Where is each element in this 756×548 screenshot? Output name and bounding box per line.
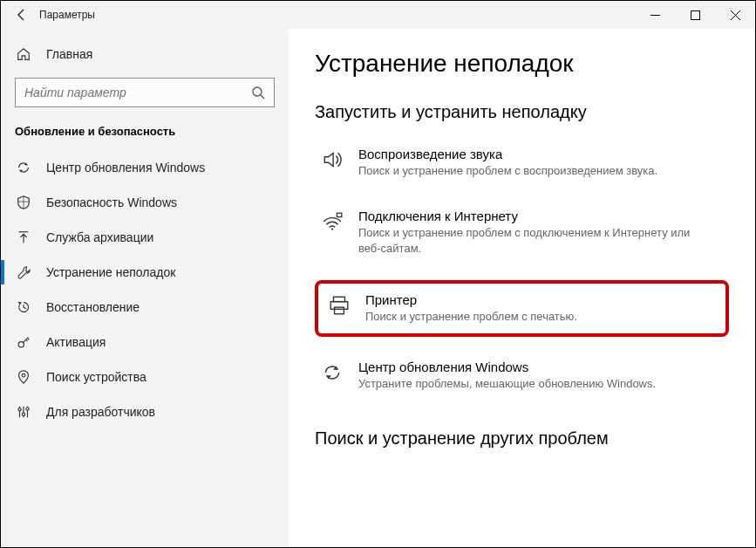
t-desc: Устраните проблемы, мешающие обновлению … (358, 376, 707, 392)
t-body: Центр обновления Windows Устраните пробл… (358, 360, 724, 392)
content-area: Устранение неполадок Запустить и устрани… (289, 29, 755, 547)
svg-rect-21 (335, 307, 344, 314)
sidebar: Главная Обновление и безопасность Центр … (1, 29, 289, 547)
svg-point-17 (331, 229, 333, 230)
nav-item-troubleshoot[interactable]: Устранение неполадок (1, 255, 289, 290)
svg-point-16 (26, 408, 29, 410)
troubleshoot-item-internet[interactable]: Подключения к Интернету Поиск и устранен… (315, 202, 729, 264)
troubleshoot-item-printer[interactable]: Принтер Поиск и устранение проблем с печ… (315, 280, 729, 337)
svg-line-8 (24, 307, 26, 309)
troubleshoot-item-audio[interactable]: Воспроизведение звука Поиск и устранение… (315, 140, 729, 186)
window-controls (635, 1, 755, 29)
nav-label: Безопасность Windows (46, 195, 177, 209)
sync-icon (15, 160, 32, 175)
svg-rect-1 (691, 10, 699, 19)
nav-list: Центр обновления Windows Безопасность Wi… (1, 150, 289, 429)
t-title: Воспроизведение звука (358, 147, 724, 161)
svg-point-4 (253, 87, 262, 96)
settings-sliders-icon (15, 404, 32, 420)
svg-point-15 (22, 413, 24, 415)
t-title: Центр обновления Windows (358, 360, 724, 374)
svg-line-5 (261, 95, 264, 99)
nav-label: Восстановление (46, 300, 140, 314)
t-body: Подключения к Интернету Поиск и устранен… (358, 209, 724, 257)
body: Главная Обновление и безопасность Центр … (1, 29, 755, 547)
back-button[interactable] (11, 4, 32, 25)
subheading-run: Запустить и устранить неполадку (315, 102, 729, 122)
nav-label: Поиск устройства (46, 370, 146, 384)
t-title: Подключения к Интернету (358, 209, 724, 223)
t-body: Воспроизведение звука Поиск и устранение… (358, 147, 724, 179)
svg-rect-18 (337, 213, 341, 216)
nav-item-find-device[interactable]: Поиск устройства (1, 360, 289, 394)
wrench-icon (15, 264, 32, 280)
search-wrap (15, 78, 275, 107)
nav-item-backup[interactable]: Служба архивации (1, 220, 289, 255)
maximize-button[interactable] (675, 1, 715, 29)
nav-item-windows-update[interactable]: Центр обновления Windows (1, 150, 289, 185)
shield-icon (15, 195, 32, 210)
titlebar: Параметры (1, 1, 755, 29)
svg-rect-19 (334, 297, 345, 301)
troubleshoot-list: Воспроизведение звука Поиск и устранение… (315, 140, 729, 399)
nav-label: Служба архивации (46, 230, 153, 244)
nav-label: Для разработчиков (46, 405, 155, 419)
nav-item-security[interactable]: Безопасность Windows (1, 185, 289, 220)
nav-label: Активация (46, 335, 106, 349)
t-title: Принтер (365, 292, 717, 307)
search-input[interactable] (24, 86, 251, 99)
t-body: Принтер Поиск и устранение проблем с печ… (365, 292, 717, 325)
page-title: Устранение неполадок (315, 50, 729, 78)
key-icon (15, 334, 32, 350)
home-label: Главная (46, 47, 92, 61)
nav-item-activation[interactable]: Активация (1, 325, 289, 360)
backup-icon (15, 229, 32, 245)
nav-label: Центр обновления Windows (46, 161, 205, 175)
wifi-icon (320, 209, 344, 233)
t-desc: Поиск и устранение проблем с подключение… (358, 225, 707, 257)
nav-label: Устранение неполадок (46, 265, 175, 279)
nav-item-recovery[interactable]: Восстановление (1, 290, 289, 325)
search-box[interactable] (15, 78, 275, 107)
sidebar-section-title: Обновление и безопасность (1, 120, 289, 150)
printer-icon (327, 292, 351, 317)
svg-point-14 (18, 408, 21, 411)
svg-rect-20 (330, 301, 348, 309)
speaker-icon (320, 147, 344, 171)
sync-icon (320, 360, 344, 384)
settings-window: Параметры Главная (0, 0, 756, 548)
svg-point-9 (18, 342, 24, 347)
home-icon (15, 46, 32, 62)
recovery-icon (15, 299, 32, 315)
subheading-other: Поиск и устранение других проблем (315, 428, 729, 449)
nav-item-developers[interactable]: Для разработчиков (1, 394, 289, 429)
search-icon (251, 86, 265, 99)
location-icon (15, 369, 32, 385)
t-desc: Поиск и устранение проблем с воспроизвед… (358, 163, 707, 179)
close-button[interactable] (715, 1, 755, 29)
window-title: Параметры (39, 9, 95, 21)
t-desc: Поиск и устранение проблем с печатью. (365, 309, 714, 325)
troubleshoot-item-update[interactable]: Центр обновления Windows Устраните пробл… (315, 353, 729, 399)
home-link[interactable]: Главная (1, 39, 289, 69)
svg-point-10 (22, 373, 25, 377)
minimize-button[interactable] (635, 1, 675, 29)
